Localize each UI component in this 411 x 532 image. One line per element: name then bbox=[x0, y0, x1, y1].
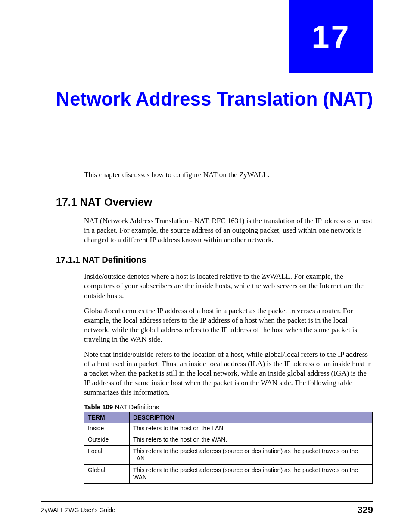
table-cell-term: Outside bbox=[84, 434, 130, 446]
table-header-term: TERM bbox=[84, 412, 130, 423]
table-cell-term: Inside bbox=[84, 423, 130, 434]
table-row: Global This refers to the packet address… bbox=[84, 464, 373, 483]
table-header-desc: DESCRIPTION bbox=[130, 412, 373, 423]
table-cell-term: Global bbox=[84, 464, 130, 483]
table-header-row: TERM DESCRIPTION bbox=[84, 412, 373, 423]
section-17-1-1-heading: 17.1.1 NAT Definitions bbox=[56, 255, 373, 265]
table-caption: Table 109 NAT Definitions bbox=[84, 403, 373, 411]
chapter-number-box: 17 bbox=[289, 0, 373, 73]
table-cell-term: Local bbox=[84, 445, 130, 464]
chapter-title: Network Address Translation (NAT) bbox=[54, 86, 373, 112]
chapter-number: 17 bbox=[311, 19, 350, 55]
footer-page-number: 329 bbox=[357, 504, 373, 516]
table-cell-desc: This refers to the packet address (sourc… bbox=[130, 464, 373, 483]
table-row: Inside This refers to the host on the LA… bbox=[84, 423, 373, 434]
section-17-1-heading: 17.1 NAT Overview bbox=[56, 196, 373, 208]
section-17-1-body: NAT (Network Address Translation - NAT, … bbox=[84, 216, 373, 245]
nat-definitions-table: TERM DESCRIPTION Inside This refers to t… bbox=[84, 412, 373, 484]
table-caption-title: NAT Definitions bbox=[113, 403, 159, 411]
table-cell-desc: This refers to the host on the LAN. bbox=[130, 423, 373, 434]
section-17-1-1-para2: Global/local denotes the IP address of a… bbox=[84, 306, 373, 344]
table-cell-desc: This refers to the host on the WAN. bbox=[130, 434, 373, 446]
section-17-1-1-para1: Inside/outside denotes where a host is l… bbox=[84, 272, 373, 300]
table-caption-number: Table 109 bbox=[84, 403, 113, 411]
chapter-intro: This chapter discusses how to configure … bbox=[84, 170, 373, 180]
section-17-1-1-para3: Note that inside/outside refers to the l… bbox=[84, 350, 373, 397]
table-row: Outside This refers to the host on the W… bbox=[84, 434, 373, 446]
footer-guide-name: ZyWALL 2WG User's Guide bbox=[41, 507, 115, 513]
content-area: This chapter discusses how to configure … bbox=[84, 170, 373, 484]
page-footer: ZyWALL 2WG User's Guide 329 bbox=[41, 501, 373, 516]
table-cell-desc: This refers to the packet address (sourc… bbox=[130, 445, 373, 464]
table-row: Local This refers to the packet address … bbox=[84, 445, 373, 464]
